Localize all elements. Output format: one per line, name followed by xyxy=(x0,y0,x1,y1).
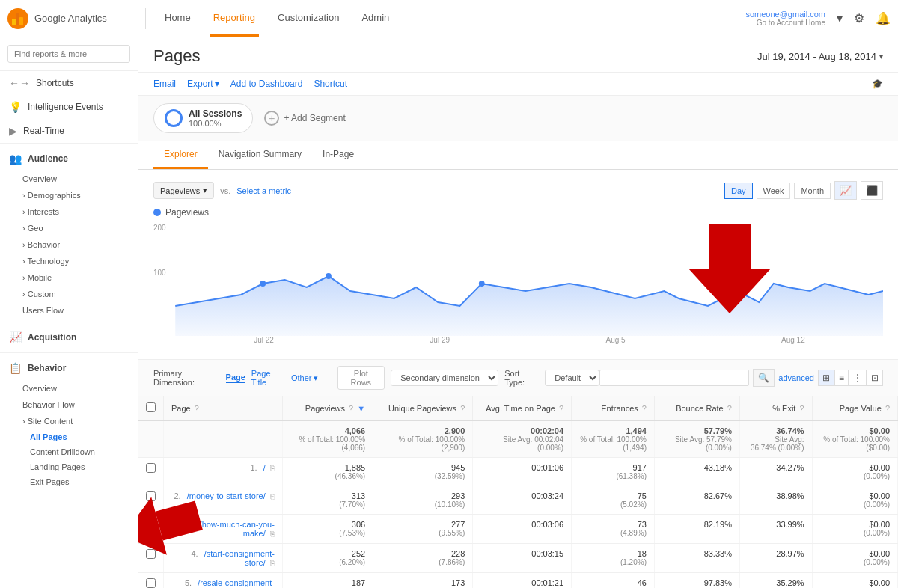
sidebar-sub-geo[interactable]: › Geo xyxy=(0,220,138,236)
row-checkbox[interactable] xyxy=(146,520,156,530)
comparison-view-btn[interactable]: ⋮ xyxy=(849,370,867,386)
date-range-picker[interactable]: Jul 19, 2014 - Aug 18, 2014 ▾ xyxy=(757,51,883,62)
all-sessions-segment[interactable]: All Sessions 100.00% xyxy=(153,103,253,133)
sidebar-sub-overview[interactable]: Overview xyxy=(0,171,138,187)
exit-help-icon[interactable]: ? xyxy=(799,404,804,413)
month-btn[interactable]: Month xyxy=(794,183,831,199)
table-search-input[interactable] xyxy=(599,370,749,386)
help-icon[interactable]: 🎓 xyxy=(872,79,883,89)
row-checkbox[interactable] xyxy=(146,549,156,559)
avg-time-col-header[interactable]: Avg. Time on Page ? xyxy=(473,396,572,420)
dim-page-link[interactable]: Page xyxy=(226,373,245,383)
settings-icon[interactable]: ⚙ xyxy=(854,11,864,25)
entrances-help-icon[interactable]: ? xyxy=(642,404,647,413)
day-btn[interactable]: Day xyxy=(724,183,753,199)
sidebar-child-exit-pages[interactable]: Exit Pages xyxy=(0,474,138,489)
svg-rect-2 xyxy=(12,19,16,25)
total-page-value: $0.00 xyxy=(869,426,890,435)
copy-icon[interactable]: ⎘ xyxy=(270,492,275,500)
dim-other-link[interactable]: Other ▾ xyxy=(291,373,318,383)
sidebar-item-realtime[interactable]: ▶ Real-Time xyxy=(0,119,138,143)
performance-view-btn[interactable]: ≡ xyxy=(834,370,849,386)
notifications-icon[interactable]: 🔔 xyxy=(876,11,891,25)
page-link[interactable]: /money-to-start-store/ xyxy=(187,491,266,500)
page-help-icon[interactable]: ? xyxy=(195,404,199,413)
sidebar-item-behavior[interactable]: 📋 Behavior xyxy=(0,356,138,380)
bounce-help-icon[interactable]: ? xyxy=(727,404,732,413)
row-checkbox[interactable] xyxy=(146,491,156,501)
sidebar-sub-usersflow[interactable]: Users Flow xyxy=(0,302,138,319)
sidebar-sub-technology[interactable]: › Technology xyxy=(0,253,138,269)
nav-reporting[interactable]: Reporting xyxy=(210,1,259,37)
sidebar-sub-site-content[interactable]: › Site Content xyxy=(0,413,138,429)
line-chart-btn[interactable]: 📈 xyxy=(834,181,857,200)
sidebar-item-acquisition[interactable]: 📈 Acquisition xyxy=(0,325,138,349)
sidebar-sub-behavior-flow[interactable]: Behavior Flow xyxy=(0,396,138,413)
avg-time-help-icon[interactable]: ? xyxy=(559,404,563,413)
plot-rows-button[interactable]: Plot Rows xyxy=(337,366,385,390)
sidebar-sub-custom[interactable]: › Custom xyxy=(0,286,138,302)
row-checkbox[interactable] xyxy=(146,463,156,473)
select-metric-link[interactable]: Select a metric xyxy=(236,186,291,195)
pivot-view-btn[interactable]: ⊡ xyxy=(867,370,883,386)
sidebar-item-shortcuts[interactable]: ←→ Shortcuts xyxy=(0,71,138,95)
unique-pageviews-col-header[interactable]: Unique Pageviews ? xyxy=(373,396,473,420)
page-link[interactable]: /how-much-can-you-make/ xyxy=(200,520,275,538)
top-navigation: Google Analytics Home Reporting Customiz… xyxy=(0,0,898,37)
shortcut-button[interactable]: Shortcut xyxy=(314,79,347,89)
nav-admin[interactable]: Admin xyxy=(358,1,393,37)
sidebar-item-intelligence[interactable]: 💡 Intelligence Events xyxy=(0,95,138,119)
page-value-col-header[interactable]: Page Value ? xyxy=(812,396,897,420)
tab-navigation-summary[interactable]: Navigation Summary xyxy=(208,141,312,169)
unique-help-icon[interactable]: ? xyxy=(460,404,465,413)
nav-home[interactable]: Home xyxy=(161,1,195,37)
exit-pct-col-header[interactable]: % Exit ? xyxy=(739,396,812,420)
total-unique-sub: % of Total: 100.00% (2,900) xyxy=(381,435,465,452)
email-button[interactable]: Email xyxy=(153,79,176,89)
add-segment-button[interactable]: + + Add Segment xyxy=(264,111,345,126)
page-title: Pages xyxy=(153,46,200,66)
sidebar-sub-demographics[interactable]: › Demographics xyxy=(0,187,138,203)
pageviews-help-icon[interactable]: ? xyxy=(349,404,353,413)
tab-in-page[interactable]: In-Page xyxy=(312,141,364,169)
copy-icon[interactable]: ⎘ xyxy=(270,559,275,567)
copy-icon[interactable]: ⎘ xyxy=(270,530,275,538)
table-row: 5. /resale-consignment-thrift-secondhand… xyxy=(138,573,898,589)
tab-explorer[interactable]: Explorer xyxy=(153,141,208,169)
row-checkbox[interactable] xyxy=(146,578,156,588)
date-label-4: Aug 12 xyxy=(781,336,805,344)
bar-chart-btn[interactable]: ⬛ xyxy=(861,181,883,200)
select-all-checkbox[interactable] xyxy=(146,402,156,412)
add-to-dashboard-button[interactable]: Add to Dashboard xyxy=(230,79,303,89)
page-value-help-icon[interactable]: ? xyxy=(885,404,890,413)
search-input[interactable] xyxy=(7,45,130,63)
bounce-rate-col-header[interactable]: Bounce Rate ? xyxy=(654,396,739,420)
sidebar-child-landing-pages[interactable]: Landing Pages xyxy=(0,459,138,474)
secondary-dimension-select[interactable]: Secondary dimension xyxy=(391,370,498,386)
advanced-link[interactable]: advanced xyxy=(778,373,814,382)
week-btn[interactable]: Week xyxy=(757,183,791,199)
nav-customization[interactable]: Customization xyxy=(274,1,343,37)
pageviews-col-header[interactable]: Pageviews ? ▼ xyxy=(282,396,373,420)
sort-type-select[interactable]: Default xyxy=(545,370,599,386)
page-link[interactable]: /start-consignment-store/ xyxy=(204,549,275,567)
export-button[interactable]: Export ▾ xyxy=(187,79,219,89)
table-search-button[interactable]: 🔍 xyxy=(753,369,775,387)
sidebar-sub-behavior[interactable]: › Behavior xyxy=(0,236,138,253)
page-link[interactable]: / xyxy=(263,463,266,472)
table-view-btn[interactable]: ⊞ xyxy=(818,370,834,386)
sidebar-sub-behavior-overview[interactable]: Overview xyxy=(0,380,138,396)
copy-icon[interactable]: ⎘ xyxy=(270,464,275,472)
sidebar-child-all-pages[interactable]: All Pages xyxy=(0,429,138,444)
dropdown-icon[interactable]: ▾ xyxy=(837,11,843,25)
content-area: Pages Jul 19, 2014 - Aug 18, 2014 ▾ Emai… xyxy=(138,37,898,588)
entrances-col-header[interactable]: Entrances ? xyxy=(572,396,655,420)
sidebar-child-content-drilldown[interactable]: Content Drilldown xyxy=(0,444,138,459)
sidebar-sub-interests[interactable]: › Interests xyxy=(0,203,138,220)
page-link[interactable]: /resale-consignment-thrift-secondhand/ xyxy=(198,578,275,588)
page-col-header[interactable]: Page ? xyxy=(164,396,283,420)
metric-selector[interactable]: Pageviews ▾ xyxy=(153,182,214,199)
sidebar-item-audience[interactable]: 👥 Audience xyxy=(0,147,138,171)
sidebar-sub-mobile[interactable]: › Mobile xyxy=(0,269,138,286)
dim-title-link[interactable]: Page Title xyxy=(251,369,285,387)
